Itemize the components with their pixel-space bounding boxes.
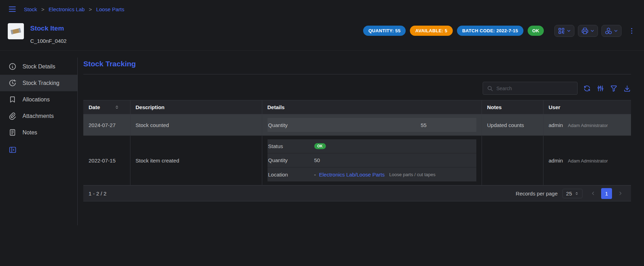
stock-item-thumbnail[interactable] [8,23,24,39]
page-title: Stock Item [30,25,66,32]
main-panel: Stock Tracking [78,58,644,225]
detail-row-quantity: Quantity 55 [268,118,476,132]
heading-divider [83,74,631,74]
info-icon [8,62,17,71]
refresh-icon[interactable] [583,85,591,92]
quantity-badge: QUANTITY: 55 [363,26,406,36]
breadcrumb-separator: > [41,6,45,12]
footer-controls: Records per page 25 1 [516,188,626,199]
page-subtitle: C_100nF_0402 [30,38,66,44]
sidebar-item-stock-tracking[interactable]: Stock Tracking [0,75,77,91]
stock-tracking-table: Date Description Details Notes User 20 [83,100,631,185]
print-actions-button[interactable] [578,25,598,37]
packages-icon [605,27,612,35]
breadcrumb-loose-parts[interactable]: Loose Parts [96,6,124,12]
history-icon [8,79,17,87]
bookmark-icon [8,95,17,104]
table-row[interactable]: 2024-07-27 Stock counted Quantity 55 Upd… [83,114,631,136]
breadcrumb-separator: > [89,6,92,12]
menu-icon[interactable] [8,5,17,14]
details-cell: Quantity 55 [262,114,482,136]
status-badges: QUANTITY: 55 AVAILABLE: 5 BATCH CODE: 20… [363,26,544,36]
sidebar-item-label: Stock Details [22,64,55,70]
detail-row-location: Location - Electronics Lab/Loose Parts L… [268,167,476,181]
search-box[interactable] [483,82,578,95]
topbar: Stock > Electronics Lab > Loose Parts [0,0,644,18]
detail-value: 55 [372,122,476,128]
sidebar-item-label: Allocations [22,97,50,103]
table-footer: 1 - 2 / 2 Records per page 25 1 [83,185,631,201]
detail-key: Quantity [268,122,372,128]
sidebar-item-attachments[interactable]: Attachments [0,108,77,124]
details-subtable: Status OK Quantity 50 Location - Electro… [268,139,476,181]
header-actions [554,25,636,37]
paperclip-icon [8,112,17,120]
collapse-sidebar-icon[interactable] [8,146,77,154]
download-icon[interactable] [623,85,631,92]
panel-heading: Stock Tracking [83,60,631,68]
available-badge: AVAILABLE: 5 [410,26,452,36]
sidebar-item-label: Notes [22,129,37,136]
chevron-down-icon [566,28,571,33]
table-settings-icon[interactable] [597,85,604,92]
content-area: Stock Details Stock Tracking Allocations… [0,51,644,225]
sort-icon[interactable] [114,105,120,110]
filter-icon[interactable] [610,85,618,92]
records-per-page-select[interactable]: 25 [562,189,582,198]
date-cell: 2024-07-27 [83,114,130,136]
notes-icon [8,128,17,137]
sidebar-item-stock-details[interactable]: Stock Details [0,58,77,75]
page-1-button[interactable]: 1 [601,188,612,199]
next-page-button[interactable] [615,188,626,199]
notes-cell [482,136,543,185]
location-description: Loose parts / cut tapes [389,172,436,177]
record-range: 1 - 2 / 2 [89,191,107,197]
stock-actions-button[interactable] [601,25,622,37]
user-cell: admin Adam Administrator [543,136,631,185]
sidebar-item-label: Stock Tracking [22,80,59,86]
breadcrumb-stock[interactable]: Stock [24,6,37,12]
title-block: Stock Item C_100nF_0402 [30,23,66,44]
chevron-down-icon [590,28,595,33]
search-icon [487,85,493,92]
detail-row-status: Status OK [268,139,476,153]
records-per-page-value: 25 [566,191,572,197]
description-cell: Stock counted [130,114,262,136]
location-link[interactable]: Electronics Lab/Loose Parts [319,172,385,178]
user-cell: admin Adam Administrator [543,114,631,136]
search-input[interactable] [496,86,573,91]
breadcrumb: Stock > Electronics Lab > Loose Parts [24,6,124,12]
printer-icon [581,27,589,35]
barcode-actions-button[interactable] [554,25,574,37]
sidebar-item-label: Attachments [22,113,54,119]
detail-key: Quantity [268,157,314,163]
more-options-icon[interactable] [628,27,636,35]
column-header-user: User [543,100,631,114]
detail-row-quantity: Quantity 50 [268,153,476,167]
ok-status-badge: OK [314,143,326,149]
column-header-details: Details [262,100,482,114]
table-row[interactable]: 2022-07-15 Stock item created Status OK … [83,136,631,185]
column-header-date[interactable]: Date [83,100,130,114]
column-label: Date [89,104,100,110]
selector-icon [574,191,579,196]
username: admin [549,122,563,128]
username: admin [549,158,563,164]
qr-code-icon [558,27,565,35]
detail-key: Location [268,172,314,178]
sidebar-item-notes[interactable]: Notes [0,124,77,141]
ok-status-badge: OK [528,26,544,36]
records-per-page-label: Records per page [516,191,558,197]
table-toolbar [83,82,631,95]
column-header-description: Description [130,100,262,114]
user-full-name: Adam Administrator [568,158,608,164]
sidebar: Stock Details Stock Tracking Allocations… [0,58,78,225]
date-cell: 2022-07-15 [83,136,130,185]
breadcrumb-electronics-lab[interactable]: Electronics Lab [49,6,85,12]
chevron-down-icon [613,28,618,33]
notes-cell: Updated counts [482,114,543,136]
sidebar-item-allocations[interactable]: Allocations [0,91,77,108]
prev-page-button[interactable] [587,188,598,199]
detail-key: Status [268,143,314,149]
user-full-name: Adam Administrator [568,123,608,128]
